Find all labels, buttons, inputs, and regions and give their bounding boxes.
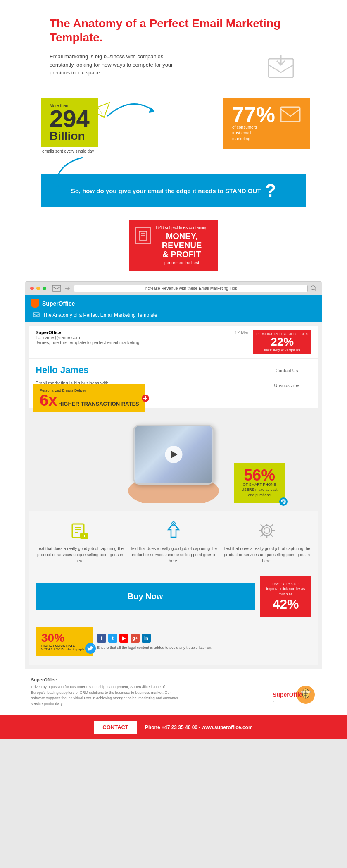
footer-company: SuperOffice xyxy=(31,677,271,682)
col-1: Text that does a really good job of capt… xyxy=(36,519,125,564)
unsubscribe-button[interactable]: Unsubscribe xyxy=(262,380,311,391)
email-to: To: name@name.com xyxy=(36,335,139,340)
col-1-text: Text that does a really good job of capt… xyxy=(36,545,125,564)
svg-point-34 xyxy=(262,526,272,536)
stat-56-badge: 56% OF SMART PHONE USERS make at least o… xyxy=(234,463,285,503)
intro-text: Email marketing is big business with com… xyxy=(50,53,174,77)
contact-button[interactable]: CONTACT xyxy=(94,721,137,734)
email-meta: SuperOffice To: name@name.com James, use… xyxy=(29,326,318,358)
footer-logo: SuperOffice . xyxy=(271,684,316,707)
cta-row: Buy Now Fewer CTA's can improve click ra… xyxy=(29,572,318,626)
col-2-text: Text that does a really good job of capt… xyxy=(129,545,218,564)
browser-share-icon[interactable] xyxy=(64,285,71,292)
youtube-icon[interactable]: ▶ xyxy=(119,634,128,643)
pd-plus-icon xyxy=(141,394,150,402)
video-thumbnail xyxy=(135,426,213,483)
browser-toolbar: Increase Revenue with these Email Market… xyxy=(25,282,322,295)
phone-section: 56% OF SMART PHONE USERS make at least o… xyxy=(29,408,318,511)
svg-text:SuperOffice: SuperOffice xyxy=(273,691,306,698)
email-subject: The Anatomy of a Perfect Email Marketing… xyxy=(43,312,157,318)
email-main-content: Hello James Email marketing is big busin… xyxy=(29,359,318,408)
personalized-badge: PERSONALIZED SUBJECT LINES 22% more like… xyxy=(253,330,311,354)
twitter-icon[interactable]: t xyxy=(108,634,117,643)
down-arrow-icon xyxy=(50,155,99,189)
stat-subtext: emails sent every single day xyxy=(41,149,98,153)
77-number: 77% xyxy=(232,105,275,124)
three-col-section: Text that does a really good job of capt… xyxy=(29,511,318,572)
paper-plane-icon xyxy=(90,102,110,118)
col-2: Text that does a really good job of capt… xyxy=(129,519,218,564)
col-3: Text that does a really good job of capt… xyxy=(222,519,311,564)
svg-point-43 xyxy=(306,691,311,693)
inbox-icon xyxy=(266,53,297,81)
svg-line-13 xyxy=(315,289,316,291)
svg-line-2 xyxy=(90,110,104,117)
play-button[interactable] xyxy=(165,446,182,463)
browser-dot-red[interactable] xyxy=(30,287,34,290)
b2b-text3: & PROFIT xyxy=(156,250,207,259)
badge-sub: more likely to be opened xyxy=(256,348,308,352)
browser-dot-green[interactable] xyxy=(43,287,46,290)
buy-now-button[interactable]: Buy Now xyxy=(36,583,255,610)
stat-294-block: More than 294 Billion emails sent every … xyxy=(41,98,98,153)
footer-desc: Driven by a passion for customer relatio… xyxy=(31,684,180,707)
bottom-bar: CONTACT Phone +47 23 35 40 00 · www.supe… xyxy=(0,715,347,739)
play-triangle xyxy=(171,451,178,458)
email-side-buttons: Contact Us Unsubscribe xyxy=(262,365,311,391)
col-3-text: Text that does a really good job of capt… xyxy=(222,545,311,564)
superoffice-tag-icon xyxy=(31,299,39,308)
svg-point-25 xyxy=(279,497,288,506)
77-desc: of consumers trust email marketing xyxy=(232,124,265,142)
browser-url[interactable]: Increase Revenue with these Email Market… xyxy=(74,285,308,292)
b2b-section: B2B subject lines containing MONEY, REVE… xyxy=(0,213,347,277)
email-header-bar: SuperOffice The Anatomy of a Perfect Ema… xyxy=(25,295,322,322)
phone-hand-area xyxy=(112,421,235,503)
fingerprint-icon xyxy=(279,497,288,506)
stat-56-pct: 56% xyxy=(241,468,278,482)
col-1-icon xyxy=(36,519,125,542)
browser-search-icon[interactable] xyxy=(310,285,317,292)
stat-56-desc: OF SMART PHONE USERS make at least one p… xyxy=(241,482,278,498)
svg-marker-6 xyxy=(53,180,60,188)
page-wrapper: The Anatomy of a Perfect Email Marketing… xyxy=(0,0,347,739)
social-pct: 30% xyxy=(41,632,87,644)
personalized-delivery-badge: Personalized Emails Deliver 6x HIGHER TR… xyxy=(33,384,145,412)
contact-us-button[interactable]: Contact Us xyxy=(262,365,311,376)
blue-arrow-section xyxy=(0,153,347,191)
b2b-bottom: performed the best xyxy=(156,261,207,265)
stat-77-block: 77% of consumers trust email marketing xyxy=(223,98,310,149)
b2b-text1: MONEY, xyxy=(156,232,207,241)
svg-point-42 xyxy=(301,691,306,693)
b2b-text2: REVENUE xyxy=(156,241,207,250)
browser-email-icon[interactable] xyxy=(52,285,61,292)
linkedin-icon[interactable]: in xyxy=(142,634,151,643)
pd-desc: HIGHER TRANSACTION RATES xyxy=(58,401,139,407)
phone-device xyxy=(133,425,214,485)
disclaimer-text: Ensure that all the legal content is add… xyxy=(97,645,311,650)
pd-big: 6x xyxy=(40,392,57,408)
email-date: 12 Mar xyxy=(235,330,249,335)
cta-label: Fewer CTA's can improve click rate by as… xyxy=(266,581,306,597)
cta-stat-box: Fewer CTA's can improve click rate by as… xyxy=(260,576,311,617)
main-title: The Anatomy of a Perfect Email Marketing… xyxy=(50,17,297,44)
email-from: SuperOffice xyxy=(36,330,139,335)
hand-phone-visual xyxy=(112,421,235,503)
facebook-icon[interactable]: f xyxy=(97,634,106,643)
email-sender-name: SuperOffice xyxy=(42,300,75,307)
294-number: 294 xyxy=(50,108,90,129)
stats-row: More than 294 Billion emails sent every … xyxy=(0,93,347,153)
email-greeting: Hello James xyxy=(36,365,126,375)
googleplus-icon[interactable]: g+ xyxy=(131,634,140,643)
social-label1: HIGHER CLICK RATE xyxy=(41,644,87,648)
bottom-bar-text: Phone +47 23 35 40 00 · www.superoffice.… xyxy=(145,725,253,730)
browser-dot-yellow[interactable] xyxy=(36,287,40,290)
b2b-icon xyxy=(135,227,151,244)
badge-pct: 22% xyxy=(256,336,308,348)
social-icons-row: f t ▶ g+ in xyxy=(97,634,311,643)
social-label2: WITH A SOCIAL sharing option xyxy=(41,648,87,651)
svg-rect-7 xyxy=(139,231,147,240)
top-section: The Anatomy of a Perfect Email Marketing… xyxy=(0,0,347,93)
social-badge: 30% HIGHER CLICK RATE WITH A SOCIAL shar… xyxy=(36,627,93,656)
col-3-icon xyxy=(222,519,311,542)
svg-point-12 xyxy=(311,286,315,290)
